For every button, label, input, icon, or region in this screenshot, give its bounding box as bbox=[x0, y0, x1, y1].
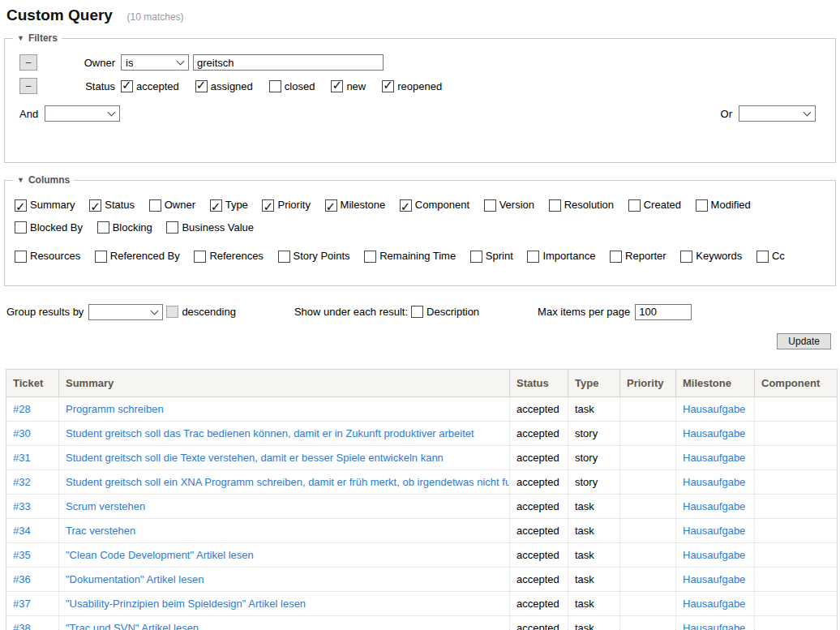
checkbox-icon[interactable] bbox=[756, 251, 769, 263]
checkbox-icon[interactable] bbox=[411, 306, 423, 318]
filters-legend[interactable]: ▼Filters bbox=[13, 32, 62, 44]
owner-value-input[interactable] bbox=[193, 54, 384, 71]
columns-legend[interactable]: ▼Columns bbox=[13, 174, 74, 186]
checkbox-icon[interactable] bbox=[195, 80, 208, 92]
checkbox-icon[interactable] bbox=[97, 221, 109, 234]
checkbox-icon[interactable] bbox=[470, 251, 482, 263]
column-option-reporter[interactable]: Reporter bbox=[610, 246, 666, 266]
summary-link[interactable]: "Usability-Prinzipien beim Spieldesign" … bbox=[66, 598, 306, 610]
column-option-importance[interactable]: Importance bbox=[527, 246, 595, 266]
summary-link[interactable]: Scrum verstehen bbox=[66, 500, 145, 512]
checkbox-icon[interactable] bbox=[121, 80, 133, 92]
ticket-link[interactable]: #35 bbox=[13, 549, 31, 561]
column-option-component[interactable]: Component bbox=[400, 195, 469, 215]
milestone-link[interactable]: Hausaufgabe bbox=[683, 476, 745, 488]
column-option-created[interactable]: Created bbox=[628, 195, 681, 215]
checkbox-icon[interactable] bbox=[166, 221, 178, 234]
checkbox-icon[interactable] bbox=[382, 80, 394, 92]
summary-link[interactable]: "Dokumentation" Artikel lesen bbox=[66, 573, 204, 585]
column-option-references[interactable]: References bbox=[194, 246, 263, 266]
header-priority[interactable]: Priority bbox=[620, 369, 676, 396]
ticket-link[interactable]: #36 bbox=[13, 573, 31, 585]
column-option-resources[interactable]: Resources bbox=[15, 246, 80, 266]
or-filter-select[interactable] bbox=[739, 105, 816, 122]
ticket-link[interactable]: #34 bbox=[13, 525, 31, 537]
checkbox-icon[interactable] bbox=[15, 221, 27, 234]
checkbox-icon[interactable] bbox=[484, 199, 496, 212]
column-option-cc[interactable]: Cc bbox=[756, 246, 785, 266]
milestone-link[interactable]: Hausaufgabe bbox=[683, 549, 745, 561]
ticket-link[interactable]: #32 bbox=[13, 476, 31, 488]
milestone-link[interactable]: Hausaufgabe bbox=[683, 573, 745, 585]
checkbox-icon[interactable] bbox=[331, 80, 343, 92]
ticket-link[interactable]: #30 bbox=[13, 427, 31, 439]
status-option-new[interactable]: new bbox=[331, 80, 366, 92]
checkbox-icon[interactable] bbox=[15, 199, 27, 212]
column-option-blocking[interactable]: Blocking bbox=[97, 218, 152, 238]
checkbox-icon[interactable] bbox=[680, 251, 692, 263]
summary-link[interactable]: "Clean Code Development" Artikel lesen bbox=[66, 549, 254, 561]
summary-link[interactable]: Trac verstehen bbox=[66, 525, 135, 537]
milestone-link[interactable]: Hausaufgabe bbox=[683, 427, 745, 439]
column-option-status[interactable]: Status bbox=[89, 195, 135, 215]
checkbox-icon[interactable] bbox=[696, 199, 708, 212]
header-component[interactable]: Component bbox=[755, 369, 838, 396]
checkbox-icon[interactable] bbox=[400, 199, 412, 212]
checkbox-icon[interactable] bbox=[527, 251, 539, 263]
column-option-version[interactable]: Version bbox=[484, 195, 534, 215]
header-milestone[interactable]: Milestone bbox=[676, 369, 755, 396]
checkbox-icon[interactable] bbox=[269, 80, 281, 92]
column-option-milestone[interactable]: Milestone bbox=[325, 195, 386, 215]
header-summary[interactable]: Summary bbox=[59, 369, 510, 396]
checkbox-icon[interactable] bbox=[610, 251, 622, 263]
checkbox-icon[interactable] bbox=[262, 199, 274, 212]
column-option-sprint[interactable]: Sprint bbox=[470, 246, 513, 266]
checkbox-icon[interactable] bbox=[325, 199, 337, 212]
milestone-link[interactable]: Hausaufgabe bbox=[683, 525, 745, 537]
header-status[interactable]: Status bbox=[510, 369, 568, 396]
checkbox-icon[interactable] bbox=[89, 199, 101, 212]
summary-link[interactable]: Student greitsch soll die Texte verstehe… bbox=[66, 452, 444, 464]
checkbox-icon[interactable] bbox=[166, 306, 178, 318]
checkbox-icon[interactable] bbox=[15, 251, 27, 263]
milestone-link[interactable]: Hausaufgabe bbox=[683, 622, 745, 630]
status-option-closed[interactable]: closed bbox=[269, 80, 315, 92]
column-option-referenced-by[interactable]: Referenced By bbox=[95, 246, 180, 266]
remove-owner-filter-button[interactable]: – bbox=[19, 54, 37, 71]
checkbox-icon[interactable] bbox=[149, 199, 161, 212]
header-ticket[interactable]: Ticket bbox=[6, 369, 59, 396]
ticket-link[interactable]: #33 bbox=[13, 500, 31, 512]
header-type[interactable]: Type bbox=[568, 369, 620, 396]
ticket-link[interactable]: #31 bbox=[13, 452, 31, 464]
summary-link[interactable]: Student greitsch soll ein XNA Programm s… bbox=[66, 476, 510, 488]
description-checkbox[interactable]: Description bbox=[411, 306, 479, 318]
column-option-blocked-by[interactable]: Blocked By bbox=[15, 218, 83, 238]
column-option-modified[interactable]: Modified bbox=[696, 195, 751, 215]
ticket-link[interactable]: #37 bbox=[13, 598, 31, 610]
column-option-owner[interactable]: Owner bbox=[149, 195, 195, 215]
milestone-link[interactable]: Hausaufgabe bbox=[683, 500, 745, 512]
column-option-resolution[interactable]: Resolution bbox=[549, 195, 614, 215]
milestone-link[interactable]: Hausaufgabe bbox=[683, 598, 745, 610]
column-option-business-value[interactable]: Business Value bbox=[166, 218, 254, 238]
milestone-link[interactable]: Hausaufgabe bbox=[683, 452, 745, 464]
column-option-priority[interactable]: Priority bbox=[262, 195, 310, 215]
checkbox-icon[interactable] bbox=[95, 251, 107, 263]
checkbox-icon[interactable] bbox=[210, 199, 222, 212]
column-option-keywords[interactable]: Keywords bbox=[680, 246, 742, 266]
remove-status-filter-button[interactable]: – bbox=[19, 78, 37, 94]
milestone-link[interactable]: Hausaufgabe bbox=[683, 403, 745, 415]
column-option-remaining-time[interactable]: Remaining Time bbox=[364, 246, 456, 266]
ticket-link[interactable]: #38 bbox=[13, 622, 31, 630]
column-option-story-points[interactable]: Story Points bbox=[278, 246, 350, 266]
max-items-input[interactable] bbox=[635, 304, 692, 320]
status-option-reopened[interactable]: reopened bbox=[382, 80, 442, 92]
checkbox-icon[interactable] bbox=[194, 251, 206, 263]
descending-checkbox[interactable]: descending bbox=[166, 306, 236, 318]
summary-link[interactable]: Programm schreiben bbox=[66, 403, 164, 415]
summary-link[interactable]: "Trac und SVN" Artikel lesen bbox=[66, 622, 199, 630]
column-option-type[interactable]: Type bbox=[210, 195, 248, 215]
ticket-link[interactable]: #28 bbox=[13, 403, 31, 415]
group-by-select[interactable] bbox=[88, 304, 163, 320]
update-button[interactable]: Update bbox=[777, 333, 831, 349]
